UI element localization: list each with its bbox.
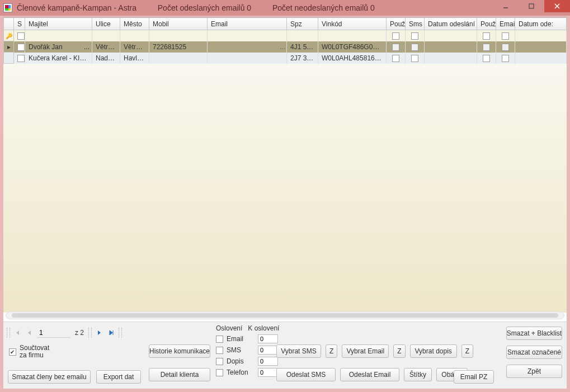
oslov-telefon-label: Telefon (227, 369, 255, 376)
horizontal-scrollbar[interactable] (6, 311, 564, 319)
col-email[interactable]: Email (208, 18, 287, 30)
smazat-oznacene-button[interactable]: Smazat označené (506, 346, 562, 359)
oslov-sms-checkbox[interactable] (216, 347, 223, 354)
scroll-thumb[interactable] (12, 313, 558, 318)
col-majitel[interactable]: Majitel (25, 18, 92, 30)
row-pouzit2-checkbox[interactable] (483, 55, 490, 62)
nav-prev-button[interactable] (25, 328, 35, 338)
osloveni-group: Oslovení K oslovení Email SMS Dopis Tele… (216, 324, 279, 378)
col-vinkod[interactable]: Vinkód (318, 18, 387, 30)
col-spz[interactable]: Spz (287, 18, 318, 30)
z-dopis-button[interactable]: Z (461, 344, 473, 358)
svg-rect-1 (529, 4, 534, 8)
cell-majitel: Kučera Karel - KIPO... (25, 53, 92, 64)
record-navigator: z 2 (7, 328, 122, 338)
filter-pouzit1-checkbox[interactable] (392, 32, 399, 40)
vybrat-dopis-button[interactable]: Vybrat dopis (410, 344, 457, 358)
smazat-bez-emailu-button[interactable]: Smazat členy bez emailu (8, 370, 91, 384)
cell-mesto: Větrný ... (120, 41, 149, 53)
filter-email2-checkbox[interactable] (502, 32, 509, 40)
row-s-checkbox[interactable] (17, 44, 25, 51)
souctovat-checkbox[interactable] (9, 348, 16, 356)
nav-last-button[interactable] (106, 328, 116, 338)
cell-email: ... (208, 41, 287, 53)
col-sms[interactable]: Sms (406, 18, 425, 30)
table-row[interactable]: ▸ Dvořák Jan ... Větrný ... Větrný ... 7… (4, 41, 567, 53)
row-indicator (4, 53, 14, 64)
k-osloveni-header: K oslovení (248, 324, 279, 332)
stitky-button[interactable]: Štítky (404, 368, 432, 381)
email-pz-button[interactable]: Email PZ (454, 370, 494, 384)
detail-klienta-button[interactable]: Detail klienta (149, 368, 210, 381)
page-input[interactable] (37, 328, 70, 338)
oslov-dopis-count[interactable] (258, 357, 278, 366)
vybrat-email-button[interactable]: Vybrat Email (342, 344, 389, 358)
row-pouzit2-checkbox[interactable] (483, 44, 490, 51)
filter-icon: 🔑 (6, 33, 12, 39)
row-indicator-icon: ▸ (4, 41, 14, 53)
row-email2-checkbox[interactable] (502, 44, 509, 51)
table-row[interactable]: Kučera Karel - KIPO... Nad st... Havlíčk… (4, 53, 567, 64)
col-pouzit1[interactable]: Použít (387, 18, 406, 30)
col-pouzit2[interactable]: Použít (477, 18, 496, 30)
filter-s-checkbox[interactable] (17, 32, 25, 40)
client-area: S Majitel Ulice Město Mobil Email Spz Vi… (3, 17, 567, 389)
filter-row[interactable]: 🔑 (4, 30, 567, 41)
filter-pouzit2-checkbox[interactable] (483, 32, 490, 40)
cell-mobil: 722681525 (149, 41, 208, 53)
smazat-blacklist-button[interactable]: Smazat + Blacklist (506, 327, 562, 340)
page-total: z 2 (73, 329, 86, 337)
col-mesto[interactable]: Město (120, 18, 149, 30)
oslov-sms-count[interactable] (258, 346, 278, 355)
vybrat-sms-button[interactable]: Vybrat SMS (276, 344, 321, 358)
row-email2-checkbox[interactable] (502, 55, 509, 62)
close-button[interactable] (544, 0, 570, 12)
z-sms-button[interactable]: Z (326, 344, 337, 358)
row-pouzit1-checkbox[interactable] (392, 55, 399, 62)
col-mobil[interactable]: Mobil (149, 18, 208, 30)
zpet-button[interactable]: Zpět (506, 365, 562, 378)
cell-vinkod: W0L0AHL4858165547 (318, 53, 387, 64)
oslov-email-count[interactable] (258, 334, 278, 343)
col-s[interactable]: S (14, 18, 25, 30)
nav-first-button[interactable] (12, 328, 22, 338)
col-datum2[interactable]: Datum ode: (515, 18, 567, 30)
header-row: S Majitel Ulice Město Mobil Email Spz Vi… (4, 18, 567, 30)
odeslat-email-button[interactable]: Odeslat Email (340, 368, 399, 381)
oslov-telefon-checkbox[interactable] (216, 369, 223, 376)
col-ulice[interactable]: Ulice (92, 18, 120, 30)
souctovat-label: Součtovat za firmu (20, 344, 49, 359)
nav-next-button[interactable] (94, 328, 104, 338)
cell-majitel: Dvořák Jan (29, 43, 63, 51)
ellipsis-icon[interactable]: ... (84, 43, 89, 51)
cell-spz: 2J7 36-56 (287, 53, 318, 64)
osloveni-header: Oslovení (216, 324, 242, 332)
cell-ulice: Nad st... (92, 53, 120, 64)
oslov-dopis-checkbox[interactable] (216, 358, 223, 365)
col-email2[interactable]: Email (496, 18, 515, 30)
souctovat-checkbox-row[interactable]: Součtovat za firmu (9, 344, 49, 359)
odeslat-sms-button[interactable]: Odeslat SMS (276, 368, 336, 381)
title-unsent: Počet neodeslaných emailů 0 (272, 3, 375, 12)
col-datum1[interactable]: Datum odeslání (425, 18, 477, 30)
historie-komunikace-button[interactable]: Historie komunikace (149, 344, 210, 358)
bottom-panel: z 2 Součtovat za firmu Smazat členy bez … (3, 322, 567, 389)
row-sms-checkbox[interactable] (411, 44, 418, 51)
maximize-button[interactable] (519, 0, 544, 12)
export-dat-button[interactable]: Export dat (96, 370, 141, 384)
filter-sms-checkbox[interactable] (411, 32, 418, 40)
cell-vinkod: W0L0TGF486G086114 (318, 41, 387, 53)
action-buttons: Vybrat SMS Z Vybrat Email Z Vybrat dopis… (276, 344, 473, 381)
app-icon (3, 3, 12, 12)
grip-icon (7, 328, 10, 338)
row-pouzit1-checkbox[interactable] (392, 44, 399, 51)
grid[interactable]: S Majitel Ulice Město Mobil Email Spz Vi… (3, 17, 567, 313)
minimize-button[interactable] (493, 0, 519, 12)
right-buttons: Smazat + Blacklist Smazat označené Zpět (506, 327, 562, 378)
window-title: Členové kampaně-Kampan - Astra Počet ode… (17, 3, 375, 12)
oslov-telefon-count[interactable] (258, 368, 278, 377)
z-email-button[interactable]: Z (393, 344, 405, 358)
oslov-email-checkbox[interactable] (216, 336, 223, 343)
row-sms-checkbox[interactable] (411, 55, 418, 62)
row-s-checkbox[interactable] (17, 55, 25, 62)
